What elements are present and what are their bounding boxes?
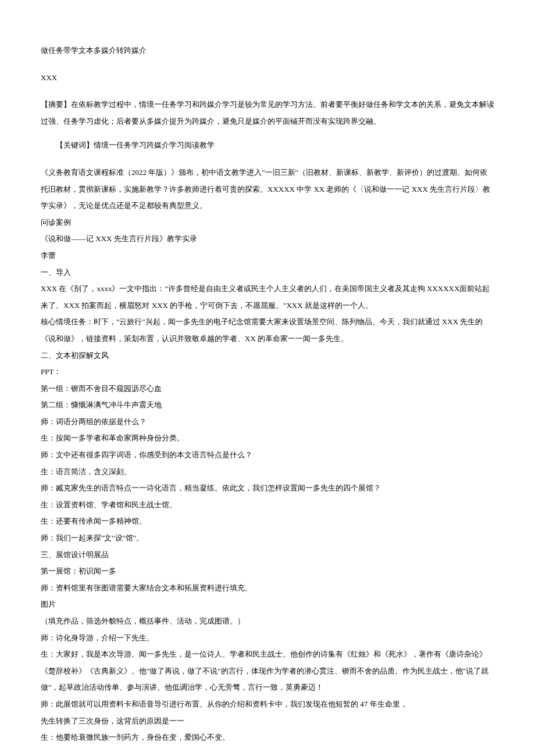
body-paragraph: 师：资料馆里有张图谱需要大家结合文本和拓展资料进行填充。 (41, 580, 494, 597)
body-paragraph: 图片 (41, 596, 494, 613)
body-paragraph: 生：语言简洁，含义深刻。 (41, 464, 494, 481)
body-paragraph: 先生转换了三次身份，这背后的原因是一一 (41, 713, 494, 730)
document-title: 做任务带学文本多媒介转跨媒介 (41, 42, 494, 59)
body-paragraph: 生：还要有传承闻一多精神馆。 (41, 513, 494, 530)
body-paragraph: 李蕾 (41, 248, 494, 264)
body-paragraph: 三、展馆设计明展品 (41, 547, 494, 564)
body-paragraph: 生：他要给衰微民族一剂药方，身份在变，爱国心不变。 (41, 729, 494, 746)
body-paragraph: 一、导入 (41, 264, 494, 281)
body-paragraph: 第二组：慷慨淋漓气冲斗牛声震天地 (41, 397, 494, 414)
body-paragraph: 师：此展馆就可以用资料卡和语音导引进行布置。从你的介绍和资料卡中，我们发现在他短… (41, 696, 494, 713)
body-paragraph: 师：臧克家先生的语言特点一一诗化语言，精当凝练。依此文，我们怎样设置闻一多先生的… (41, 480, 494, 497)
body-paragraph: 二、文本初探解文风 (41, 347, 494, 364)
body-paragraph: 生：按闻一多学者和革命家两种身份分类。 (41, 430, 494, 447)
body-paragraph: 生：大家好，我是本次导游。闻一多先生，是一位诗人、学者和民主战士。他创作的诗集有… (41, 646, 494, 696)
body-paragraph: 问诊案例 (41, 214, 494, 231)
body-paragraph: 《说和做——记 XXX 先生言行片段》教学实录 (41, 231, 494, 248)
body-paragraph: 生：设置资料馆、学者馆和民主战士馆。 (41, 497, 494, 514)
body-paragraph: 师：我们一起来探"文"设"馆"。 (41, 530, 494, 547)
body-paragraph: 师：词语分两组的依据是什么？ (41, 414, 494, 431)
keywords: 【关键词】情境一任务学习跨媒介学习阅读教学 (41, 137, 494, 154)
body-paragraph: 《义务教育语文课程标准（2022 年版）》颁布，初中语文教学进入"一旧三新"（旧… (41, 164, 494, 214)
body-paragraph: PPT： (41, 364, 494, 381)
body-paragraph: 师：诗化身导游，介绍一下先生。 (41, 630, 494, 647)
body-paragraph: 核心情境任务：时下，"云旅行"兴起，闻一多先生的电子纪念馆需要大家来设置场景空间… (41, 314, 494, 347)
body-paragraph: （填充作品，筛选外貌特点，概括事件、活动，完成图谱。） (41, 613, 494, 630)
body-paragraph: XXX 在《别了，xxxx》一文中指出："许多曾经是自由主义者或民主个人主义者的… (41, 281, 494, 314)
author-name: XXX (41, 70, 494, 87)
body-paragraph: 师：文中还有很多四字词语，你感受到的本文语言特点是什么？ (41, 447, 494, 464)
body-paragraph: 第一组：锲而不舍目不窥园沥尽心血 (41, 381, 494, 397)
abstract: 【摘要】在依标教学过程中，情境一任务学习和跨媒介学习是较为常见的学习方法。前者要… (41, 96, 494, 130)
body-paragraph: 第一展馆：初识闻一多 (41, 563, 494, 580)
